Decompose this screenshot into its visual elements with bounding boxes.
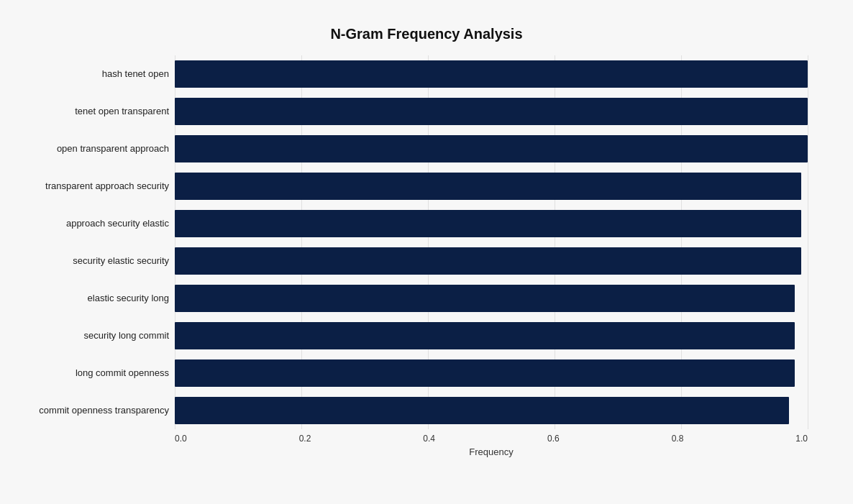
bar-label: long commit openness [32,367,169,378]
bar-label: approach security elastic [32,218,169,229]
x-tick: 0.2 [299,434,311,444]
grid-line-5 [808,55,808,429]
bar-row: tenet open transparent [175,93,808,130]
bar [175,98,808,125]
bar-label: tenet open transparent [32,106,169,116]
bar-row: elastic security long [175,280,808,317]
bar-label: security long commit [32,330,169,341]
bar-row: open transparent approach [175,130,808,168]
bar [175,60,808,88]
bar-row: security long commit [175,317,808,354]
bar-label: transparent approach security [32,180,169,191]
x-tick: 0.6 [547,434,560,444]
bar-row: transparent approach security [175,168,808,205]
x-axis-label: Frequency [175,446,808,457]
bar [175,359,795,387]
x-axis: 0.00.20.40.60.81.0 [175,434,808,444]
bar [175,397,789,424]
bar [175,210,801,237]
x-tick: 0.8 [672,434,684,444]
bar-label: open transparent approach [32,143,169,154]
bar-label: security elastic security [32,255,169,266]
bar-row: hash tenet open [175,55,808,93]
bar-label: elastic security long [32,293,169,303]
bar [175,173,801,200]
bar [175,285,795,312]
bar-row: approach security elastic [175,205,808,242]
x-tick: 1.0 [795,434,808,444]
bar-label: commit openness transparency [32,405,169,416]
x-tick: 0.4 [423,434,435,444]
bar-label: hash tenet open [32,68,169,79]
bar [175,247,801,275]
bars-container: hash tenet opentenet open transparentope… [175,55,808,429]
bar-row: security elastic security [175,242,808,280]
x-tick: 0.0 [175,434,187,444]
bar [175,322,795,349]
bar-row: commit openness transparency [175,392,808,429]
chart-container: N-Gram Frequency Analysis hash tenet ope… [17,12,836,493]
bar-row: long commit openness [175,354,808,392]
bar [175,135,808,162]
chart-title: N-Gram Frequency Analysis [31,26,822,42]
